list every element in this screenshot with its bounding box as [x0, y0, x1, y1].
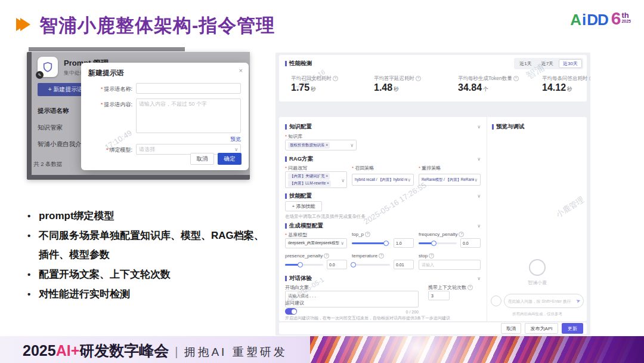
context-rounds-input[interactable] — [428, 291, 450, 300]
rerank-select[interactable]: ReRank模型 / 【内置】ReRank模型∨ — [419, 174, 481, 186]
skills-section-header[interactable]: 技能配置∨ — [285, 192, 481, 200]
scene-config-screenshot: 性能检测 近1天 近7天 近30天 平均召回文档耗时 1.75秒 平均首字延迟耗… — [275, 53, 590, 336]
followup-label: 追问建议 — [285, 300, 304, 306]
chevron-down-icon: ∨ — [477, 124, 481, 130]
chat-input[interactable]: ➤ — [504, 294, 584, 308]
help-icon — [513, 76, 519, 81]
tab-30day[interactable]: 近30天 — [559, 59, 582, 68]
help-icon — [467, 285, 473, 290]
send-icon[interactable]: ➤ — [575, 297, 582, 304]
config-panel: 知识配置∨ *知识库 股权投资数据知识库 ×∨ RAG方案∨ *问题改写 【内置… — [279, 117, 587, 321]
followup-toggle[interactable] — [285, 308, 297, 315]
footer-brand: 2025AI+研发数字峰会 | 拥抱AI 重塑研发 — [23, 341, 287, 361]
opening-textarea[interactable] — [285, 291, 419, 307]
crystal-decoration — [310, 336, 644, 363]
rewrite-select[interactable]: 【内置】关键词扩充 × 【内置】LLM-rewrite × ∨ — [285, 171, 347, 188]
footer-slogan: 拥抱AI 重塑研发 — [184, 344, 287, 360]
knowledge-base-label: *知识库 — [285, 133, 302, 140]
metric-recall-time: 平均召回文档耗时 1.75秒 — [291, 75, 338, 93]
presence-penalty-label: presence_penalty — [285, 253, 329, 259]
stop-input[interactable] — [419, 260, 481, 270]
config-column: 知识配置∨ *知识库 股权投资数据知识库 ×∨ RAG方案∨ *问题改写 【内置… — [279, 117, 487, 321]
new-session-icon[interactable] — [491, 296, 501, 306]
update-button[interactable]: 更新 — [562, 323, 583, 334]
publish-api-button[interactable]: 发布为API — [525, 323, 558, 334]
cancel-button[interactable]: 取消 — [501, 323, 521, 334]
prompt-app-icon: ✎ — [38, 57, 58, 77]
help-icon — [459, 232, 464, 237]
chevron-down-icon: ∨ — [477, 276, 481, 281]
recall-select[interactable]: hybrid recall / 【内置】hybrid recall∨ — [352, 174, 414, 186]
prompt-total-count: 共 2 条数据 — [33, 161, 63, 168]
modal-title: 新建提示语 — [88, 68, 124, 78]
action-bar: 取消 发布为API 更新 — [279, 322, 587, 334]
logo-six: 6 — [611, 11, 621, 26]
bullet-list: prompt绑定模型 不同服务场景单独配置知识库、模型、RAG档案、插件、模型参… — [23, 207, 268, 304]
help-icon — [416, 76, 421, 81]
prompt-content-textarea[interactable] — [136, 99, 241, 133]
prompt-row-1[interactable]: 知识管家 — [38, 124, 63, 132]
followup-hint: 开启追问建议功能，在每一次问答交互结束后，自动根据对话内容提供3条下一步追问建议 — [285, 315, 481, 321]
base-model-label: *基座模型 — [285, 232, 307, 238]
top-p-control[interactable]: 1.0 — [352, 238, 414, 248]
modal-ok-button[interactable]: 确定 — [218, 153, 242, 165]
rag-section-header[interactable]: RAG方案∨ — [285, 155, 481, 163]
chevron-down-icon: ∨ — [477, 223, 481, 229]
logo-letter-a: A — [570, 11, 581, 29]
base-model-select[interactable]: deepseek_内置deepseek模型∨ — [285, 238, 347, 248]
performance-title: 性能检测 — [285, 60, 312, 67]
opening-label: 开场白文案 — [285, 284, 309, 291]
logo-letter-i: i — [582, 11, 586, 29]
add-skill-button[interactable]: + 添加技能 — [285, 201, 322, 211]
shield-icon — [42, 61, 53, 72]
close-icon[interactable]: × — [239, 67, 243, 74]
help-icon — [429, 253, 434, 259]
rewrite-label: *问题改写 — [285, 165, 307, 171]
performance-panel: 性能检测 近1天 近7天 近30天 平均召回文档耗时 1.75秒 平均首字延迟耗… — [279, 55, 587, 101]
recall-label: *召回策略 — [352, 165, 374, 171]
model-section-header[interactable]: 生成模型配置∨ — [285, 222, 481, 230]
prompt-table-header: 提示语名称 — [38, 107, 69, 115]
modal-model-label: *绑定模型: — [83, 146, 132, 154]
metric-first-token-latency: 平均首字延迟耗时 1.48秒 — [374, 75, 421, 93]
chevron-down-icon: ∨ — [477, 193, 481, 199]
frequency-penalty-control[interactable]: 0.0 — [419, 238, 481, 248]
help-icon — [379, 253, 384, 259]
prompt-name-input[interactable] — [136, 83, 241, 94]
knowledge-section-header[interactable]: 知识配置∨ — [285, 123, 481, 131]
preview-panel: 预览与调试 智浦小鹿 ➤ 所有内容由AI生成，仅供参考 — [487, 117, 587, 321]
footer-bar: 2025AI+研发数字峰会 | 拥抱AI 重塑研发 — [0, 336, 644, 363]
char-counter: 0 / 200 — [369, 310, 419, 314]
help-icon — [365, 232, 370, 237]
tab-7day[interactable]: 近7天 — [537, 59, 558, 68]
help-icon — [589, 76, 591, 81]
context-rounds-label: 携带上下文轮次数 — [428, 284, 473, 291]
chat-input-row: ➤ — [491, 294, 584, 308]
logo-year: 2025 — [621, 19, 631, 23]
prompt-row-2[interactable]: 智浦小鹿自我介绍 — [38, 140, 88, 149]
temperature-label: temperature — [352, 253, 384, 259]
title-arrow-icon — [16, 18, 30, 31]
frequency-penalty-label: frequency_penalty — [419, 232, 464, 237]
dialog-section-header[interactable]: 对话体验∨ — [285, 275, 481, 282]
logo-th: th — [621, 12, 631, 19]
rerank-label: *重排策略 — [419, 165, 441, 171]
skills-hint: 在场景中调取工作流及插件完成复杂任务 — [285, 214, 366, 220]
stop-label: stop — [419, 253, 434, 259]
temperature-control[interactable]: 0.01 — [352, 260, 414, 270]
metric-tokens-per-second: 平均每秒生成Token数量 34.84个 — [458, 75, 519, 93]
logo-letters-dd: DD — [587, 11, 608, 29]
new-prompt-modal: 新建提示语 × *提示语名称: *提示语内容: 预览 *绑定模型: 请选择 ∨ … — [81, 63, 249, 170]
tab-1day[interactable]: 近1天 — [515, 59, 535, 68]
presence-penalty-control[interactable]: 0.0 — [285, 260, 347, 270]
bullet-item: 配置开场文案、上下文轮次数 — [23, 265, 268, 284]
preview-link[interactable]: 预览 — [230, 136, 241, 143]
chevron-down-icon: ∨ — [477, 156, 481, 162]
preview-brand: 智浦小鹿 — [487, 259, 587, 286]
knowledge-base-select[interactable]: 股权投资数据知识库 ×∨ — [285, 140, 357, 150]
metric-total-answer-time: 平均每条问答总耗时 14.12秒 — [542, 75, 590, 93]
pencil-badge-icon: ✎ — [36, 71, 44, 79]
modal-name-label: *提示语名称: — [83, 85, 132, 93]
modal-cancel-button[interactable]: 取消 — [190, 153, 214, 165]
title-underline — [29, 47, 185, 51]
